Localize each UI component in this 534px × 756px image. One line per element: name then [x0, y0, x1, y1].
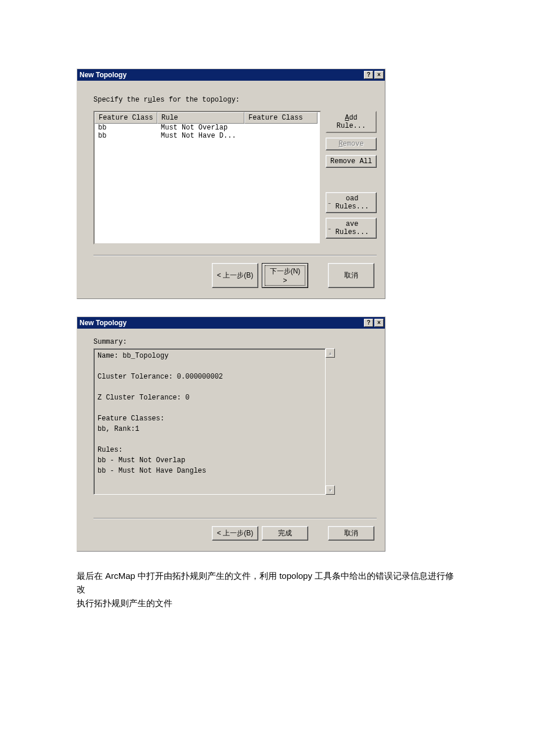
cancel-button[interactable]: 取消	[328, 263, 374, 288]
scrollbar[interactable]: ▲ ▼	[326, 348, 335, 495]
cell-feature-class: bb	[95, 124, 157, 132]
new-topology-summary-dialog: New Topology ? × Summary: Name: bb_Topol…	[77, 316, 385, 552]
table-row[interactable]: bb Must Not Overlap	[95, 124, 320, 132]
title-bar-controls: ? ×	[363, 71, 384, 79]
document-text: 最后在 ArcMap 中打开由拓扑规则产生的文件，利用 topolopy 工具条…	[77, 569, 460, 610]
instruction-label: Specify the rules for the topology:	[93, 96, 377, 104]
cell-rule: Must Not Overlap	[157, 124, 244, 132]
cell-feature-class-2	[244, 132, 317, 140]
title-bar[interactable]: New Topology ? ×	[77, 69, 385, 81]
close-icon[interactable]: ×	[374, 71, 384, 79]
next-button[interactable]: 下一步(N) >	[262, 263, 308, 288]
column-header-feature-class-1[interactable]: Feature Class	[95, 112, 157, 124]
dialog-title: New Topology	[80, 71, 127, 79]
doc-line: 最后在 ArcMap 中打开由拓扑规则产生的文件，利用 topolopy 工具条…	[77, 569, 460, 596]
table-row[interactable]: bb Must Not Have D...	[95, 132, 320, 140]
remove-all-button[interactable]: Remove All	[326, 155, 377, 168]
title-bar[interactable]: New Topology ? ×	[77, 317, 385, 329]
list-header: Feature Class Rule Feature Class	[95, 112, 320, 124]
help-icon[interactable]: ?	[364, 319, 373, 327]
back-button[interactable]: < 上一步(B)	[212, 263, 258, 288]
summary-textarea[interactable]: Name: bb_Topology Cluster Tolerance: 0.0…	[93, 348, 326, 495]
help-icon[interactable]: ?	[364, 71, 373, 79]
load-rules-button[interactable]: ₋oad Rules...	[326, 192, 377, 213]
rules-list[interactable]: Feature Class Rule Feature Class bb Must…	[93, 111, 321, 244]
new-topology-rules-dialog: New Topology ? × Specify the rules for t…	[77, 69, 385, 299]
doc-line: 执行拓扑规则产生的文件	[77, 596, 460, 610]
scroll-up-icon[interactable]: ▲	[326, 348, 335, 358]
cell-feature-class: bb	[95, 132, 157, 140]
save-rules-button[interactable]: ₋ave Rules...	[326, 218, 377, 239]
column-header-rule[interactable]: Rule	[157, 112, 244, 124]
close-icon[interactable]: ×	[374, 319, 384, 327]
cancel-button[interactable]: 取消	[328, 526, 374, 541]
finish-button[interactable]: 完成	[262, 526, 308, 541]
back-button[interactable]: < 上一步(B)	[212, 526, 258, 541]
scroll-down-icon[interactable]: ▼	[326, 485, 335, 495]
add-rule-button[interactable]: Add Rule...	[326, 111, 377, 133]
dialog-title: New Topology	[80, 319, 127, 327]
remove-button[interactable]: Remove	[326, 138, 377, 150]
summary-label: Summary:	[93, 338, 377, 346]
cell-rule: Must Not Have D...	[157, 132, 244, 140]
cell-feature-class-2	[244, 124, 317, 132]
title-bar-controls: ? ×	[363, 319, 384, 327]
column-header-feature-class-2[interactable]: Feature Class	[244, 112, 317, 124]
